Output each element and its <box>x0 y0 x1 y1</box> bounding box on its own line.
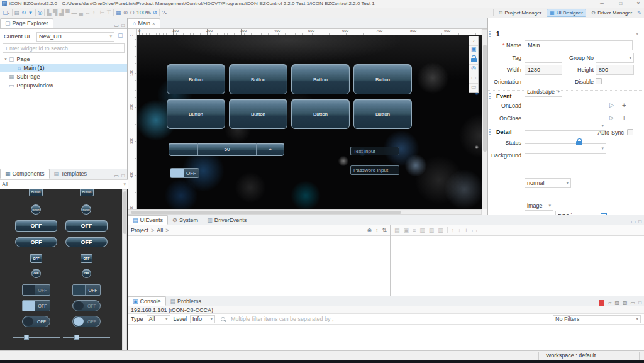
collapse-all-icon[interactable]: ⇅ <box>382 227 387 233</box>
copy-icon[interactable]: ▥ <box>419 227 425 233</box>
layers-icon[interactable]: ▣ <box>469 45 478 55</box>
sync-icon[interactable]: ↻ <box>21 9 26 16</box>
panel-maximize-icon[interactable]: □ <box>638 219 641 225</box>
status-lock-icon[interactable] <box>576 140 582 147</box>
grid-icon[interactable]: ▦ <box>116 9 121 16</box>
new-ui-icon[interactable]: ▢ <box>118 32 123 38</box>
tab-page-explorer[interactable]: ▢Page Explorer <box>0 18 53 28</box>
save-event-icon[interactable]: ▤ <box>394 227 400 233</box>
component-toggle-rect-lightblue[interactable]: OFF <box>22 300 50 311</box>
component-button-round[interactable]: Button <box>81 204 91 215</box>
onload-add-icon[interactable]: + <box>622 101 626 109</box>
close-tab-icon[interactable]: × <box>152 21 155 26</box>
minimize-button[interactable]: ─ <box>596 1 608 6</box>
component-button-rect[interactable]: Button <box>29 189 43 196</box>
zoom-out-icon[interactable]: ⊖ <box>130 9 135 16</box>
delete-event-icon[interactable]: ▭ <box>472 227 477 233</box>
slider-handle[interactable] <box>24 335 29 340</box>
component-slider[interactable] <box>13 337 60 338</box>
move-down-icon[interactable]: ↓ <box>458 227 461 233</box>
zoom-level[interactable]: 100% <box>136 9 151 16</box>
target-icon[interactable]: ◎ <box>469 64 478 74</box>
panel-minimize-icon[interactable]: ▭ <box>114 173 119 179</box>
canvas-text-input[interactable]: Text Input <box>350 147 399 155</box>
align-left-icon[interactable]: ▙ <box>47 9 51 16</box>
maximize-button[interactable]: □ <box>615 1 626 6</box>
canvas-toggle[interactable]: OFF <box>170 168 199 178</box>
component-button-round[interactable]: Button <box>31 204 41 215</box>
onload-test-icon[interactable]: ▷ <box>609 102 614 108</box>
preview-eye-icon[interactable]: ◎ <box>38 9 43 16</box>
tab-components[interactable]: ▦Components <box>0 169 50 179</box>
stepper-minus-button[interactable]: - <box>169 147 197 152</box>
component-toggle-rect[interactable]: OFF <box>22 284 50 296</box>
template-icon[interactable]: ▣ <box>404 227 409 233</box>
component-button-pill[interactable]: OFF <box>65 237 108 247</box>
snapshot-icon[interactable]: ▭ <box>469 74 478 83</box>
help-icon[interactable]: ?▾ <box>162 9 167 16</box>
onclose-add-icon[interactable]: + <box>622 114 626 121</box>
collapse-section-icon[interactable]: ▾ <box>636 31 643 36</box>
auto-sync-checkbox[interactable] <box>627 129 633 135</box>
distribute-h-icon[interactable]: ↔ <box>85 9 91 16</box>
zoom-in-icon[interactable]: ⊕ <box>123 9 128 16</box>
group-no-select[interactable]: ▾ <box>596 53 634 63</box>
type-select[interactable]: All▾ <box>147 315 170 323</box>
properties-header[interactable]: 1 ▾ <box>489 29 643 39</box>
tab-uievents[interactable]: ▤UIEvents <box>128 215 168 225</box>
align-right-icon[interactable]: ▟ <box>59 9 64 16</box>
clear-console-icon[interactable]: ▱ <box>608 300 611 306</box>
perspective-project-manager[interactable]: ⊞Project Manager <box>499 10 541 16</box>
component-toggle-pill[interactable]: OFF <box>22 316 50 327</box>
canvas-hscrollbar[interactable] <box>128 209 482 215</box>
onclose-test-icon[interactable]: ▷ <box>609 114 614 121</box>
panel-maximize-icon[interactable]: □ <box>638 300 641 306</box>
width-input[interactable] <box>525 65 562 75</box>
align-top-icon[interactable]: ▀ <box>65 9 69 16</box>
components-scrollbar[interactable] <box>122 189 127 350</box>
component-button-pill[interactable]: OFF <box>15 237 57 247</box>
no-filters-select[interactable]: No Filters▾ <box>553 315 641 323</box>
canvas-button[interactable]: Button <box>167 64 225 94</box>
widget-search-input[interactable] <box>3 43 125 53</box>
duplicate-icon[interactable]: ▥ <box>438 227 443 233</box>
canvas-vscrollbar[interactable] <box>482 29 487 209</box>
snapshot-lock-icon[interactable]: ▭ <box>469 83 478 92</box>
lock-icon[interactable] <box>469 55 478 64</box>
panel-maximize-icon[interactable]: □ <box>121 23 125 28</box>
close-button[interactable]: × <box>633 0 644 6</box>
component-button-small[interactable]: OFF <box>30 254 42 263</box>
component-filter-select[interactable]: All▾ <box>0 179 128 189</box>
onclose-select[interactable]: ▾ <box>525 143 606 154</box>
align-center-icon[interactable]: ▜ <box>53 9 57 16</box>
canvas-password-input[interactable]: Password Input <box>350 165 399 175</box>
tab-driverevents[interactable]: ▥DriverEvents <box>203 215 251 225</box>
scroll-lock-icon[interactable]: ▨ <box>614 300 619 306</box>
level-select[interactable]: Info▾ <box>190 315 215 323</box>
panel-minimize-icon[interactable]: ▭ <box>114 23 119 28</box>
align-middle-icon[interactable]: ▬ <box>72 9 77 16</box>
component-slider[interactable] <box>63 337 110 338</box>
perspective-ui-designer[interactable]: ▦UI Designer <box>547 9 586 17</box>
canvas-button[interactable]: Button <box>229 64 287 94</box>
tree-item-main[interactable]: ⌂ Main (1) <box>0 64 127 72</box>
slider-handle[interactable] <box>74 335 79 340</box>
canvas-button[interactable]: Button <box>291 99 350 129</box>
name-input[interactable] <box>525 40 633 50</box>
save-icon[interactable]: ▤ <box>14 9 20 16</box>
canvas-button[interactable]: Button <box>167 99 225 129</box>
reset-zoom-icon[interactable]: ↺ <box>153 9 158 16</box>
filter-funnel-icon[interactable]: ▼ <box>28 10 33 16</box>
component-toggle-rect[interactable]: OFF <box>72 284 101 296</box>
component-button-small-round[interactable]: OFF <box>82 269 91 278</box>
tab-main-page[interactable]: ⌂ Main × <box>128 18 160 28</box>
stepper-plus-button[interactable]: + <box>257 147 284 152</box>
canvas-stepper[interactable]: - 50 + <box>169 143 284 156</box>
panel-maximize-icon[interactable]: □ <box>121 173 125 179</box>
panel-minimize-icon[interactable]: ▭ <box>631 300 636 306</box>
breadcrumb-project[interactable]: Project <box>131 227 148 233</box>
tab-templates[interactable]: ▤Templates <box>50 169 92 179</box>
perspective-driver-manager[interactable]: ⚙Driver Manager <box>591 10 632 16</box>
match-height-icon[interactable]: ⊤ <box>106 9 111 16</box>
tree-item-popupwindow[interactable]: ▭ PopupWindow <box>0 81 127 90</box>
